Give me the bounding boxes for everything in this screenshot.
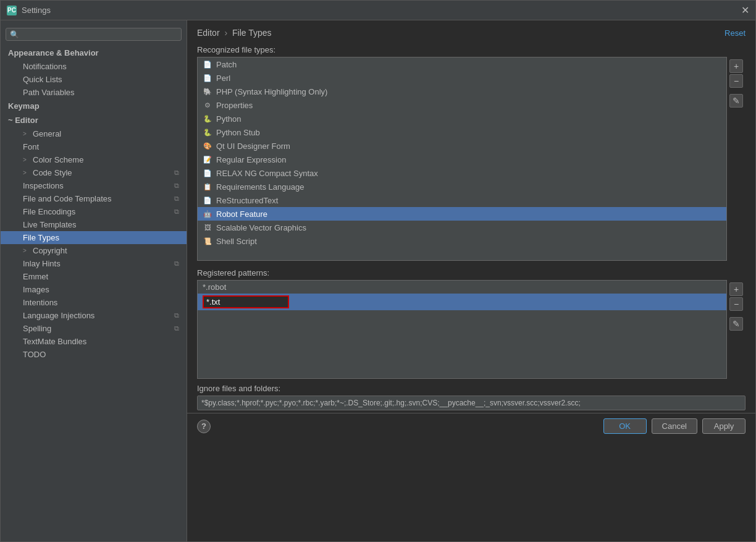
file-types-list[interactable]: 📄 Patch 📄 Perl 🐘 PHP (Syntax Highlightin… [197, 57, 727, 261]
footer-right: OK Cancel Apply [603, 418, 746, 434]
file-type-perl[interactable]: 📄 Perl [198, 71, 726, 85]
copy-icon: ⧉ [174, 195, 179, 203]
pattern-txt[interactable] [198, 294, 726, 310]
sidebar-section-appearance[interactable]: Appearance & Behavior [1, 46, 187, 60]
copy-icon: ⧉ [174, 208, 179, 216]
search-input[interactable] [22, 30, 177, 39]
sidebar-item-copyright[interactable]: > Copyright [1, 244, 187, 257]
file-icon: 📝 [203, 155, 212, 164]
sidebar-item-emmet[interactable]: Emmet [1, 270, 187, 283]
remove-pattern-button[interactable]: − [729, 297, 743, 311]
file-type-python-stub[interactable]: 🐍 Python Stub [198, 125, 726, 139]
file-type-label: PHP (Syntax Highlighting Only) [216, 87, 327, 96]
reset-button[interactable]: Reset [724, 28, 746, 38]
sidebar-item-file-code-templates[interactable]: File and Code Templates ⧉ [1, 192, 187, 205]
sidebar-item-font[interactable]: Font [1, 140, 187, 153]
settings-window: PC Settings ✕ 🔍 Appearance & Behavior No… [0, 0, 756, 542]
copy-icon: ⧉ [174, 324, 179, 332]
file-type-robot[interactable]: 🤖 Robot Feature [198, 207, 726, 221]
close-button[interactable]: ✕ [741, 6, 749, 15]
edit-pattern-button[interactable]: ✎ [729, 317, 743, 331]
file-type-requirements[interactable]: 📋 Requirements Language [198, 180, 726, 193]
sidebar-item-path-variables[interactable]: Path Variables [1, 86, 187, 99]
sidebar-item-label: Color Scheme [33, 155, 83, 164]
edit-file-type-button[interactable]: ✎ [729, 94, 743, 108]
file-icon: 📄 [203, 59, 212, 69]
sidebar-item-label: Images [23, 285, 49, 294]
sidebar-item-label: Intentions [23, 298, 57, 307]
sidebar-item-label: Language Injections [23, 311, 94, 320]
file-icon: 🤖 [203, 209, 212, 219]
file-type-relax-ng[interactable]: 📄 RELAX NG Compact Syntax [198, 166, 726, 180]
sidebar-item-inlay-hints[interactable]: Inlay Hints ⧉ [1, 257, 187, 270]
help-button[interactable]: ? [197, 420, 211, 433]
sidebar-item-label: Inspections [23, 181, 64, 190]
sidebar-item-code-style[interactable]: > Code Style ⧉ [1, 166, 187, 179]
file-icon: 🖼 [203, 222, 212, 232]
expand-icon: > [23, 247, 30, 254]
patterns-list[interactable]: *.robot [197, 280, 727, 379]
file-icon: 🐍 [203, 114, 212, 124]
sidebar-item-file-types[interactable]: File Types [1, 231, 187, 244]
sidebar-item-label: Quick Lists [23, 75, 62, 84]
ignore-input[interactable] [197, 396, 746, 410]
pattern-edit-input[interactable] [203, 295, 289, 308]
file-type-properties[interactable]: ⚙ Properties [198, 98, 726, 112]
apply-button[interactable]: Apply [702, 418, 746, 434]
sidebar-item-label: TODO [23, 350, 46, 359]
file-type-label: Requirements Language [216, 182, 304, 192]
file-type-label: Python Stub [216, 128, 260, 137]
search-box[interactable]: 🔍 [6, 28, 182, 41]
search-icon: 🔍 [10, 30, 19, 39]
sidebar-item-inspections[interactable]: Inspections ⧉ [1, 179, 187, 192]
pattern-buttons: + − ✎ [727, 280, 746, 379]
file-type-restructured[interactable]: 📄 ReStructuredText [198, 193, 726, 207]
sidebar-item-language-injections[interactable]: Language Injections ⧉ [1, 309, 187, 322]
footer: ? OK Cancel Apply [187, 413, 755, 439]
copy-icon: ⧉ [174, 169, 179, 177]
sidebar-item-label: Spelling [23, 324, 51, 333]
sidebar-section-editor[interactable]: ~ Editor [1, 113, 187, 127]
sidebar-item-textmate-bundles[interactable]: TextMate Bundles [1, 335, 187, 348]
sidebar-section-keymap[interactable]: Keymap [1, 99, 187, 113]
copy-icon: ⧉ [174, 182, 179, 190]
window-title: Settings [22, 6, 51, 15]
file-type-php[interactable]: 🐘 PHP (Syntax Highlighting Only) [198, 85, 726, 98]
sidebar-item-file-encodings[interactable]: File Encodings ⧉ [1, 205, 187, 218]
copy-icon: ⧉ [174, 260, 179, 268]
file-icon: 🎨 [203, 141, 212, 151]
pattern-robot[interactable]: *.robot [198, 281, 726, 294]
main-header: Editor › File Types Reset [187, 20, 755, 43]
file-type-qt-ui[interactable]: 🎨 Qt UI Designer Form [198, 139, 726, 153]
title-bar: PC Settings ✕ [1, 1, 755, 20]
sidebar-item-todo[interactable]: TODO [1, 348, 187, 361]
file-type-patch[interactable]: 📄 Patch [198, 57, 726, 71]
add-file-type-button[interactable]: + [729, 59, 743, 73]
file-type-shell[interactable]: 📜 Shell Script [198, 234, 726, 248]
file-icon: 🐍 [203, 127, 212, 137]
file-type-python[interactable]: 🐍 Python [198, 112, 726, 125]
add-pattern-button[interactable]: + [729, 282, 743, 296]
sidebar-item-images[interactable]: Images [1, 283, 187, 296]
sidebar-item-intentions[interactable]: Intentions [1, 296, 187, 309]
breadcrumb-parent: Editor [197, 28, 220, 38]
sidebar-item-label: Font [23, 142, 39, 151]
sidebar-item-color-scheme[interactable]: > Color Scheme [1, 153, 187, 166]
file-type-label: Shell Script [216, 237, 257, 246]
file-type-regex[interactable]: 📝 Regular Expression [198, 153, 726, 166]
ok-button[interactable]: OK [603, 418, 647, 434]
cancel-button[interactable]: Cancel [652, 418, 697, 434]
sidebar-item-notifications[interactable]: Notifications [1, 60, 187, 73]
sidebar-item-quick-lists[interactable]: Quick Lists [1, 73, 187, 86]
sidebar-item-label: Emmet [23, 272, 48, 281]
breadcrumb: Editor › File Types [197, 28, 272, 38]
sidebar-item-general[interactable]: > General [1, 127, 187, 140]
file-type-label: Patch [216, 60, 237, 69]
copy-icon: ⧉ [174, 311, 179, 320]
sidebar-item-live-templates[interactable]: Live Templates [1, 218, 187, 231]
file-type-svg[interactable]: 🖼 Scalable Vector Graphics [198, 221, 726, 234]
breadcrumb-current: File Types [232, 28, 272, 38]
sidebar-item-spelling[interactable]: Spelling ⧉ [1, 322, 187, 335]
remove-file-type-button[interactable]: − [729, 74, 743, 88]
file-type-label: Perl [216, 74, 230, 83]
